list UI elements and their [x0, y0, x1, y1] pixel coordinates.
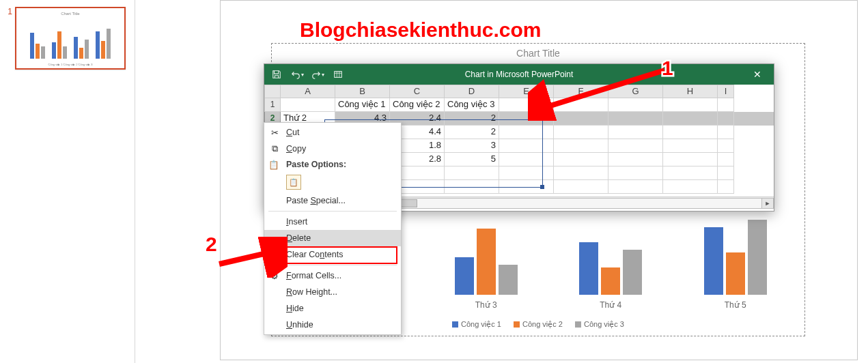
cell[interactable] — [718, 166, 734, 180]
col-header[interactable]: H — [663, 85, 718, 98]
col-header[interactable]: E — [499, 85, 554, 98]
slide-thumbnail-1[interactable]: Chart Title Công việc 1 Công việc 2 Công… — [15, 7, 126, 70]
cell[interactable] — [718, 126, 734, 139]
cell[interactable] — [718, 153, 734, 166]
cell[interactable] — [718, 98, 734, 112]
cell[interactable] — [554, 166, 608, 180]
cell[interactable] — [718, 112, 734, 126]
cell[interactable] — [663, 112, 718, 126]
copy-icon: ⧉ — [268, 144, 281, 154]
cell[interactable] — [554, 98, 608, 112]
chart-title: Chart Title — [272, 48, 804, 59]
col-header[interactable]: A — [281, 85, 335, 98]
slide-thumbnail-panel: 1 Chart Title Công việc 1 Công việc 2 Cô… — [0, 0, 135, 363]
menu-row-height[interactable]: Row Height... — [264, 284, 401, 300]
svg-rect-0 — [335, 72, 342, 78]
menu-cut[interactable]: ✂Cut — [264, 124, 401, 141]
cell[interactable] — [663, 153, 718, 166]
redo-icon[interactable]: ▾ — [308, 66, 327, 83]
paste-icon: 📋 — [268, 160, 279, 170]
close-button[interactable]: ✕ — [744, 66, 771, 83]
cell[interactable] — [608, 126, 663, 139]
select-all-corner[interactable] — [264, 85, 281, 98]
cell[interactable] — [608, 166, 663, 180]
cell[interactable] — [663, 180, 718, 194]
menu-copy[interactable]: ⧉Copy — [264, 141, 401, 157]
col-header[interactable]: B — [335, 85, 390, 98]
menu-delete[interactable]: Delete — [264, 230, 401, 246]
slide-thumb-row: 1 Chart Title Công việc 1 Công việc 2 Cô… — [4, 7, 130, 70]
cell[interactable] — [499, 180, 554, 194]
cell[interactable] — [499, 139, 554, 153]
legend-label: Công việc 2 — [522, 320, 563, 329]
excel-titlebar[interactable]: ▾ ▾ Chart in Microsoft PowerPoint ✕ — [264, 64, 774, 85]
cell[interactable] — [281, 98, 335, 112]
menu-paste-special[interactable]: Paste Special... — [264, 192, 401, 209]
cell[interactable]: Công việc 3 — [445, 98, 499, 112]
context-menu[interactable]: ✂Cut ⧉Copy 📋Paste Options: 📋 Paste Speci… — [264, 122, 402, 335]
xaxis-label: Thứ 5 — [725, 300, 746, 310]
slide-canvas[interactable]: Blogchiasekienthuc.com Blogchiasekienthu… — [220, 0, 858, 360]
menu-separator — [268, 265, 397, 265]
cell[interactable] — [608, 98, 663, 112]
cell[interactable] — [499, 166, 554, 180]
menu-insert[interactable]: Insert — [264, 214, 401, 230]
cell[interactable] — [554, 153, 608, 166]
edit-data-icon[interactable] — [328, 66, 348, 83]
col-header[interactable]: I — [718, 85, 734, 98]
table-row[interactable]: 1 Công việc 1 Công việc 2 Công việc 3 — [264, 98, 774, 112]
watermark-text: Blogchiasekienthuc.com Blogchiasekienthu… — [300, 18, 541, 42]
cell[interactable] — [608, 180, 663, 194]
cell[interactable] — [554, 139, 608, 153]
cell[interactable] — [554, 112, 608, 126]
legend-label: Công việc 1 — [461, 320, 501, 329]
cell[interactable] — [608, 112, 663, 126]
save-icon[interactable] — [267, 66, 286, 83]
cell[interactable] — [608, 139, 663, 153]
col-header[interactable]: D — [445, 85, 499, 98]
menu-format-cells[interactable]: ⚙Format Cells... — [264, 267, 401, 284]
menu-paste-options-label: 📋Paste Options: — [264, 157, 401, 172]
cell[interactable] — [499, 112, 554, 126]
cell[interactable] — [718, 180, 734, 194]
cell[interactable] — [445, 180, 499, 194]
powerpoint-window: 1 Chart Title Công việc 1 Công việc 2 Cô… — [0, 0, 868, 363]
cell[interactable] — [663, 139, 718, 153]
row-header[interactable]: 1 — [264, 98, 281, 112]
scroll-right-button[interactable]: ► — [761, 198, 774, 209]
menu-hide[interactable]: Hide — [264, 300, 401, 317]
xaxis-label: Thứ 3 — [475, 300, 497, 310]
thumb-chart-title: Chart Title — [16, 12, 124, 16]
cell[interactable] — [663, 126, 718, 139]
slide-edit-area[interactable]: Blogchiasekienthuc.com Blogchiasekienthu… — [135, 0, 868, 363]
cell[interactable] — [663, 98, 718, 112]
paste-option-icon[interactable]: 📋 — [286, 175, 301, 190]
slide-number: 1 — [4, 7, 12, 70]
cell[interactable] — [663, 166, 718, 180]
undo-icon[interactable]: ▾ — [288, 66, 307, 83]
cell[interactable]: 5 — [445, 153, 499, 166]
col-header[interactable]: F — [554, 85, 608, 98]
cell[interactable] — [445, 166, 499, 180]
cell[interactable]: Công việc 1 — [335, 98, 390, 112]
cell[interactable]: 3 — [445, 139, 499, 153]
quick-access-toolbar: ▾ ▾ — [267, 66, 348, 83]
cell[interactable]: Công việc 2 — [390, 98, 445, 112]
menu-unhide[interactable]: Unhide — [264, 317, 401, 333]
cell[interactable] — [554, 126, 608, 139]
legend-label: Công việc 3 — [584, 320, 624, 329]
cell[interactable] — [718, 139, 734, 153]
cell[interactable] — [608, 153, 663, 166]
paste-options-row: 📋 — [264, 172, 401, 192]
column-headers: A B C D E F G H I — [264, 85, 774, 98]
cell[interactable]: 2 — [445, 112, 499, 126]
cell[interactable]: 2 — [445, 126, 499, 139]
cell[interactable] — [499, 126, 554, 139]
annotation-number-2: 22 — [206, 233, 217, 256]
col-header[interactable]: C — [390, 85, 445, 98]
cell[interactable] — [499, 98, 554, 112]
menu-clear-contents[interactable]: Clear Contents — [264, 246, 401, 263]
col-header[interactable]: G — [608, 85, 663, 98]
cell[interactable] — [554, 180, 608, 194]
cell[interactable] — [499, 153, 554, 166]
